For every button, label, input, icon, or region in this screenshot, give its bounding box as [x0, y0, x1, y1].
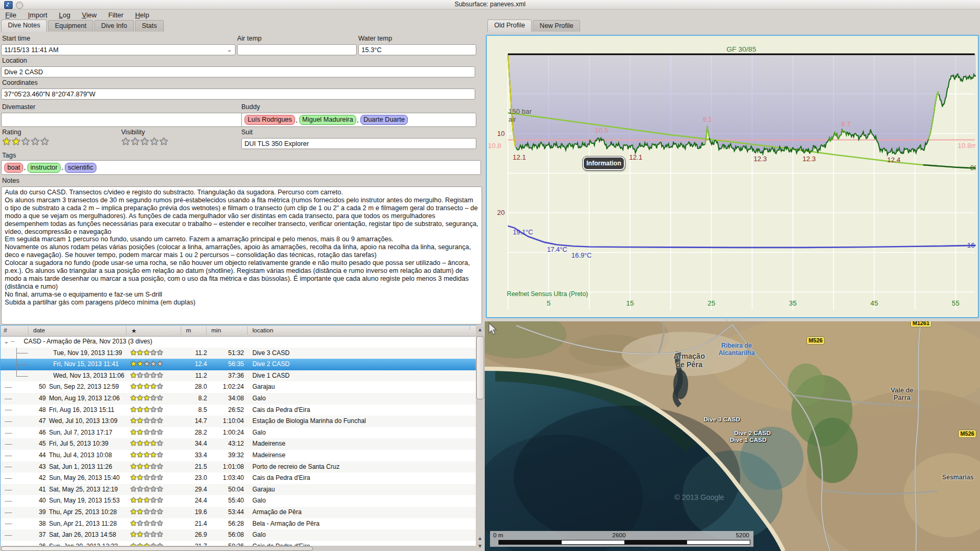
visibility-star-5[interactable]: ★: [159, 135, 169, 147]
coordinates-input[interactable]: 37°05'23.460"N 8°20'47.879"W: [1, 88, 475, 100]
dive-stars: ★★★★★: [130, 359, 163, 368]
scroll-down-icon[interactable]: ▼: [476, 543, 484, 549]
menu-item-import[interactable]: Import: [28, 11, 47, 19]
dive-row[interactable]: 39Thu, Apr 25, 2013 10:28★★★★★19.653:44A…: [1, 507, 476, 518]
tab-equipment[interactable]: Equipment: [48, 20, 93, 32]
dive-row[interactable]: Tue, Nov 19, 2013 11:39★★★★★11.251:32Div…: [1, 348, 476, 359]
row-star-3: ★: [143, 393, 150, 402]
water-temp-input[interactable]: 15.3°C: [358, 44, 476, 55]
dive-row[interactable]: Fri, Nov 15, 2013 11:41★★★★★12.456:35Div…: [1, 359, 476, 370]
tab-stats[interactable]: Stats: [135, 20, 164, 32]
dive-date: Sun, May 19, 2013 15:53: [49, 497, 120, 504]
column-header-1[interactable]: date: [33, 327, 45, 333]
dive-list-table[interactable]: #date★mminlocation ⌄–CASD - Armação de P…: [0, 325, 476, 547]
dive-duration: 1:03:40: [209, 474, 244, 481]
rating-star-2[interactable]: ★: [12, 135, 21, 147]
tab-new-profile[interactable]: New Profile: [533, 20, 580, 32]
dive-list-hscrollbar[interactable]: [0, 546, 476, 551]
road-badge: M526: [958, 430, 976, 438]
row-star-2: ★: [137, 462, 144, 470]
notes-textarea[interactable]: Aula do curso CASD. Transectos c/video e…: [1, 186, 482, 324]
map-scalebar: 0 m 2600 5200: [490, 531, 753, 547]
menu-item-file[interactable]: File: [5, 11, 16, 19]
air-temp-input[interactable]: [237, 44, 357, 55]
dive-row[interactable]: 48Fri, Aug 16, 2013 15:11★★★★★8.526:52Ca…: [1, 405, 476, 416]
svg-text:35: 35: [789, 299, 797, 307]
column-header-3[interactable]: m: [186, 327, 191, 333]
location-input[interactable]: Dive 2 CASD: [1, 66, 475, 77]
dive-number: 48: [29, 406, 46, 414]
dive-duration: 39:32: [209, 451, 244, 459]
row-star-5: ★: [156, 530, 163, 538]
window-titlebar[interactable]: Subsurface: paneves.xml: [0, 0, 980, 9]
dive-date: Sat, May 25, 2013 12:19: [49, 486, 118, 493]
satellite-map[interactable]: Armação de PêraRibeira de AlcantarilhaVa…: [485, 321, 980, 551]
dive-row[interactable]: 43Sat, Jun 1, 2013 11:26★★★★★21.51:01:08…: [1, 461, 476, 473]
dive-row[interactable]: 38Sun, Apr 21, 2013 11:28★★★★★21.456:28B…: [1, 518, 476, 530]
dive-group-row[interactable]: ⌄–CASD - Armação de Pêra, Nov 2013 (3 di…: [1, 336, 476, 348]
dive-row[interactable]: 41Sat, May 25, 2013 12:19★★★★★29.450:04G…: [1, 484, 476, 496]
row-star-2: ★: [137, 416, 144, 425]
dive-row[interactable]: 44Thu, Jul 4, 2013 10:08★★★★★33.439:32Ma…: [1, 450, 476, 461]
rating-star-4[interactable]: ★: [31, 135, 40, 147]
dive-list-header[interactable]: #date★mminlocation: [1, 326, 476, 337]
dive-stars: ★★★★★: [130, 439, 163, 447]
rating-star-1[interactable]: ★: [2, 135, 12, 147]
row-star-3: ★: [143, 348, 150, 357]
column-header-2[interactable]: ★: [131, 327, 136, 334]
dive-row[interactable]: 49Mon, Aug 19, 2013 12:06★★★★★8.234:08Ga…: [1, 393, 476, 405]
tags-input[interactable]: boat,instructor,scientific: [1, 160, 481, 175]
tag-pill: instructor: [27, 163, 61, 173]
dive-profile-chart[interactable]: GF 30/85150 barair801610.8m10.8102051525…: [486, 35, 979, 318]
buddy-input[interactable]: Luís Rodrigues,Miguel Madureira,Duarte D…: [241, 113, 476, 127]
tab-old-profile[interactable]: Old Profile: [487, 19, 532, 32]
rating-star-3[interactable]: ★: [21, 135, 31, 147]
row-star-1: ★: [130, 439, 137, 447]
visibility-star-3[interactable]: ★: [140, 135, 150, 147]
visibility-stars[interactable]: ★★★★★: [121, 136, 169, 146]
dive-duration: 26:52: [209, 406, 244, 414]
row-star-2: ★: [137, 439, 144, 447]
dive-row[interactable]: Wed, Nov 13, 2013 11:06★★★★★11.237:36Div…: [1, 370, 476, 382]
dive-stars: ★★★★★: [130, 473, 163, 481]
menu-item-filter[interactable]: Filter: [108, 11, 123, 19]
row-star-4: ★: [150, 393, 157, 402]
dive-row[interactable]: 42Sun, May 26, 2013 15:40★★★★★23.01:03:4…: [1, 473, 476, 484]
suit-input[interactable]: DUI TLS 350 Explorer: [241, 138, 476, 149]
dive-list-vscrollbar[interactable]: ▲ ▲ ▼: [476, 326, 484, 551]
row-star-2: ★: [137, 393, 144, 402]
divemaster-input[interactable]: [1, 113, 243, 127]
tab-dive-notes[interactable]: Dive Notes: [1, 19, 47, 32]
row-star-5: ★: [156, 485, 163, 493]
dive-location: Dive 2 CASD: [252, 360, 290, 368]
chevron-down-icon: ⌄: [227, 46, 232, 53]
buddy-pill: Miguel Madureira: [299, 115, 357, 125]
dive-row[interactable]: 45Fri, Jul 5, 2013 10:39★★★★★34.443:12Ma…: [1, 438, 476, 450]
column-header-5[interactable]: location: [252, 327, 273, 333]
dive-row[interactable]: 40Sun, May 19, 2013 15:53★★★★★24.455:40G…: [1, 495, 476, 507]
menu-item-help[interactable]: Help: [135, 11, 149, 19]
tab-dive-info[interactable]: Dive Info: [94, 20, 134, 32]
dive-row[interactable]: 37Sat, Jan 26, 2013 14:58★★★★★26.956:08G…: [1, 529, 476, 541]
column-header-4[interactable]: min: [211, 327, 221, 333]
hscroll-thumb[interactable]: [1, 546, 313, 551]
menu-bar: FileImportLogViewFilterHelp: [0, 9, 980, 20]
visibility-star-4[interactable]: ★: [150, 135, 159, 147]
column-header-0[interactable]: #: [4, 327, 7, 333]
visibility-star-2[interactable]: ★: [131, 135, 140, 147]
start-time-select[interactable]: 11/15/13 11:41 AM ⌄: [1, 44, 236, 55]
scroll-up2-icon[interactable]: ▲: [476, 535, 484, 541]
rating-star-5[interactable]: ★: [40, 135, 50, 147]
dive-date: Wed, Nov 13, 2013 11:06: [53, 372, 124, 379]
menu-item-view[interactable]: View: [82, 11, 97, 19]
scroll-up-icon[interactable]: ▲: [476, 327, 484, 332]
svg-text:10.5: 10.5: [595, 126, 608, 134]
menu-item-log[interactable]: Log: [59, 11, 71, 19]
vscroll-thumb[interactable]: [476, 336, 484, 399]
dive-row[interactable]: 50Sun, Sep 22, 2013 12:59★★★★★28.01:02:2…: [1, 381, 476, 393]
visibility-star-1[interactable]: ★: [121, 135, 131, 147]
suit-label: Suit: [241, 129, 253, 136]
rating-stars[interactable]: ★★★★★: [2, 136, 50, 146]
dive-row[interactable]: 47Wed, Jul 10, 2013 13:09★★★★★14.71:10:0…: [1, 416, 476, 427]
dive-row[interactable]: 46Sun, Jul 7, 2013 17:17★★★★★28.21:00:24…: [1, 427, 476, 439]
